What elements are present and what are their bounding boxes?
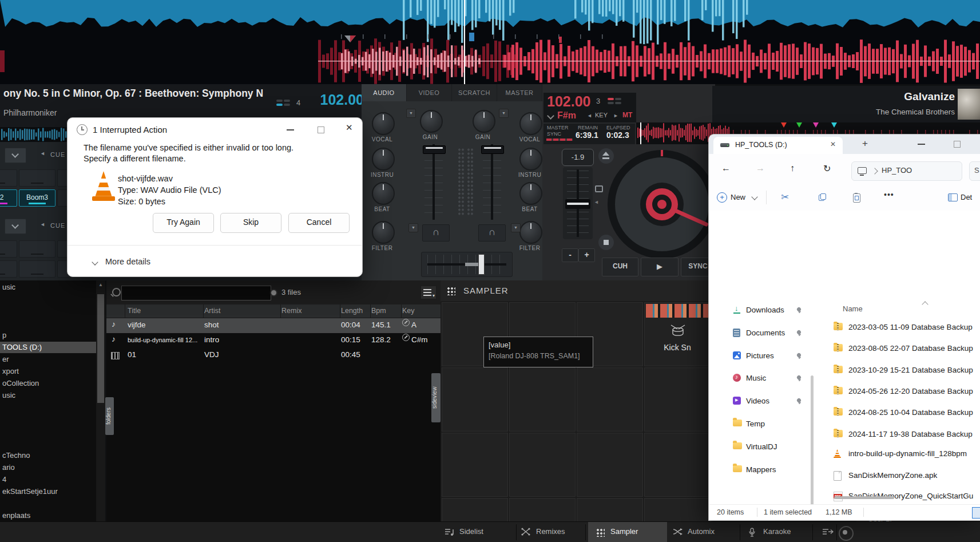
deck1-filter-dropdown[interactable]: ▼: [408, 223, 418, 232]
folder-item[interactable]: TOOLS (D:): [0, 342, 96, 353]
file-row[interactable]: 2024-11-17 19-38 Database Backup: [829, 426, 980, 442]
file-row[interactable]: intro-build-up-dynamic-fill_128bpm: [829, 446, 980, 462]
table-row[interactable]: ♪build-up-dynamic-fill 12...intro00:1512…: [106, 333, 441, 348]
sampler-pad[interactable]: [442, 498, 508, 521]
mixer-tab-audio[interactable]: AUDIO: [362, 84, 407, 101]
deck2-gain-knob[interactable]: [473, 110, 495, 133]
view-toggle-icon[interactable]: [972, 507, 980, 519]
folder-item[interactable]: [0, 498, 96, 509]
tab-close-icon[interactable]: ✕: [830, 140, 836, 148]
deck2-volume-fader[interactable]: [481, 144, 503, 220]
record-button[interactable]: [839, 526, 854, 541]
folder-item[interactable]: cTechno: [0, 450, 96, 461]
play-button[interactable]: ▶: [641, 258, 679, 276]
hotcue-pad[interactable]: [19, 240, 55, 258]
column-header-remix[interactable]: Remix: [281, 307, 301, 315]
table-header[interactable]: TitleArtistRemixLengthBpmKey: [106, 304, 441, 318]
file-row[interactable]: 2023-10-29 15-21 Database Backup: [829, 362, 980, 378]
sampler-pad[interactable]: [644, 498, 711, 521]
key-down-icon[interactable]: ◄: [587, 113, 592, 118]
column-header-bpm[interactable]: Bpm: [371, 307, 386, 315]
folder-item[interactable]: ekStartSetje1uur: [0, 486, 96, 497]
window-minimize-icon[interactable]: [918, 144, 925, 145]
close-icon[interactable]: ✕: [346, 122, 353, 133]
sampler-pad[interactable]: [577, 367, 643, 432]
folder-item[interactable]: [0, 306, 96, 317]
sampler-pad[interactable]: [644, 367, 711, 432]
horizontal-scrollbar[interactable]: [834, 496, 894, 499]
hotcue-pad[interactable]: [0, 260, 17, 278]
pitch-minus-button[interactable]: -: [562, 248, 578, 262]
playlist-icon[interactable]: [420, 286, 437, 299]
file-row[interactable]: SanDiskMemoryZone.apk: [829, 468, 980, 484]
table-row[interactable]: 01VDJ00:45: [106, 348, 441, 363]
skip-button[interactable]: Skip: [220, 213, 281, 233]
deck1-eq-dropdown[interactable]: ▼: [406, 109, 416, 118]
mixer-tab-scratch[interactable]: SCRATCH: [452, 84, 497, 101]
maximize-icon[interactable]: [318, 126, 324, 133]
details-pane-icon[interactable]: [948, 193, 958, 201]
new-tab-icon[interactable]: +: [862, 138, 868, 149]
up-icon[interactable]: ↑: [790, 163, 795, 173]
window-maximize-icon[interactable]: [954, 141, 961, 148]
sampler-pad[interactable]: [577, 433, 643, 497]
folder-item[interactable]: [0, 402, 96, 413]
hotcue-pad[interactable]: [19, 260, 55, 278]
sampler-pad[interactable]: [442, 367, 508, 432]
explorer-active-tab[interactable]: HP_TOOLS (D:) ✕: [713, 137, 843, 154]
deck2-eq-dropdown[interactable]: ▼: [499, 109, 509, 118]
bottom-tab-sidelist[interactable]: Sidelist: [459, 527, 483, 536]
sampler-pad[interactable]: [509, 433, 576, 497]
folder-item[interactable]: 4: [0, 474, 96, 485]
deck2-instru-knob[interactable]: [519, 148, 542, 171]
name-column-header[interactable]: Name: [843, 304, 863, 313]
folder-item[interactable]: [0, 294, 96, 305]
sampler-pad[interactable]: [442, 433, 508, 497]
paste-icon[interactable]: [853, 193, 860, 203]
back-icon[interactable]: ←: [721, 163, 731, 173]
cue-button[interactable]: CUH: [602, 258, 638, 276]
deck2-jog-wheel[interactable]: [608, 150, 716, 259]
bottom-tab-karaoke[interactable]: Karaoke: [763, 527, 791, 536]
bottom-tab-automix[interactable]: Automix: [688, 527, 715, 536]
deck1-filter-knob[interactable]: [372, 221, 395, 244]
pitch-reset-icon[interactable]: ◄: [594, 199, 599, 205]
sidebar-item-downloads[interactable]: Downloads: [709, 302, 955, 319]
pitch-plus-button[interactable]: +: [578, 248, 595, 262]
deck1-beat-knob[interactable]: [372, 182, 395, 205]
folder-item[interactable]: er: [0, 354, 96, 365]
sideview-side-tab[interactable]: sideview: [431, 373, 441, 422]
sampler-pad[interactable]: [509, 367, 576, 432]
file-row[interactable]: 2024-08-25 10-04 Database Backup: [829, 405, 980, 421]
details-button[interactable]: Det: [961, 193, 972, 201]
pitch-lock-icon[interactable]: [595, 185, 603, 192]
folder-item[interactable]: usic: [0, 390, 96, 401]
hotcue-pad[interactable]: [0, 169, 17, 187]
deck2-headphone-cue-button[interactable]: ∩: [478, 224, 506, 242]
search-input[interactable]: [121, 286, 271, 300]
folder-item[interactable]: oCollection: [0, 378, 96, 389]
deck2-mt-toggle[interactable]: MT: [622, 111, 632, 119]
mixer-tab-master[interactable]: MASTER: [497, 84, 542, 101]
column-header-title[interactable]: Title: [128, 307, 141, 315]
file-row[interactable]: 2024-05-26 12-20 Database Backup: [829, 383, 980, 399]
folder-item[interactable]: [0, 414, 96, 425]
deck2-filter-knob[interactable]: [519, 221, 542, 244]
more-details-chevron-icon[interactable]: [92, 259, 98, 265]
folder-item[interactable]: xport: [0, 366, 96, 377]
stop-button[interactable]: [598, 235, 614, 250]
hotcue-pad[interactable]: Boom3: [19, 189, 55, 207]
try-again-button[interactable]: Try Again: [153, 213, 214, 233]
deck1-instru-knob[interactable]: [372, 148, 395, 171]
folder-item[interactable]: [0, 426, 96, 437]
table-row[interactable]: ♪vijfdeshot00:04145.1A: [106, 318, 441, 333]
column-header-key[interactable]: Key: [402, 307, 415, 315]
hotcue-pad[interactable]: [19, 169, 55, 187]
deck2-bpm[interactable]: 102.00: [547, 93, 590, 110]
cut-icon[interactable]: ✂: [781, 191, 789, 203]
deck1-vocal-knob[interactable]: [372, 112, 395, 135]
sampler-pad[interactable]: [644, 433, 711, 497]
more-details-toggle[interactable]: More details: [105, 257, 150, 266]
folder-item[interactable]: [0, 438, 96, 449]
scrollbar-thumb[interactable]: [97, 294, 104, 403]
